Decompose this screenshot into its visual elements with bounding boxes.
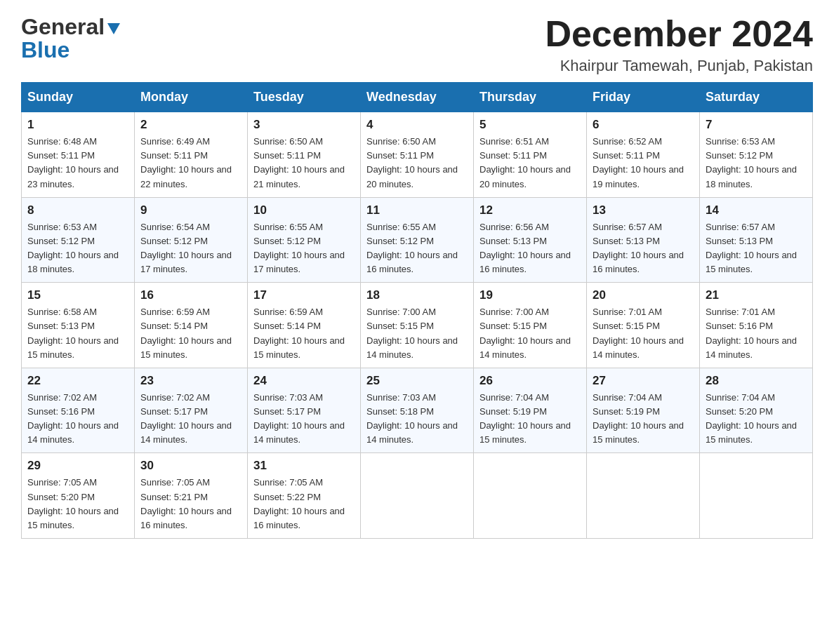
day-number: 30 — [140, 459, 241, 473]
calendar-cell: 1Sunrise: 6:48 AMSunset: 5:11 PMDaylight… — [22, 112, 135, 198]
calendar-cell: 25Sunrise: 7:03 AMSunset: 5:18 PMDayligh… — [361, 368, 474, 453]
calendar-col-header-sunday: Sunday — [22, 83, 135, 112]
day-number: 28 — [706, 374, 807, 388]
calendar-week-row-2: 8Sunrise: 6:53 AMSunset: 5:12 PMDaylight… — [22, 197, 813, 283]
day-info: Sunrise: 6:55 AMSunset: 5:12 PMDaylight:… — [253, 220, 355, 277]
day-number: 24 — [253, 374, 355, 388]
day-number: 1 — [27, 118, 128, 132]
calendar-table: SundayMondayTuesdayWednesdayThursdayFrid… — [21, 82, 813, 539]
day-number: 15 — [27, 288, 128, 302]
day-number: 10 — [253, 203, 355, 217]
month-title: December 2024 — [545, 14, 813, 54]
calendar-cell: 9Sunrise: 6:54 AMSunset: 5:12 PMDaylight… — [135, 197, 248, 283]
calendar-cell: 4Sunrise: 6:50 AMSunset: 5:11 PMDaylight… — [361, 112, 474, 198]
day-info: Sunrise: 7:04 AMSunset: 5:19 PMDaylight:… — [593, 391, 694, 448]
day-number: 17 — [253, 288, 355, 302]
day-info: Sunrise: 6:52 AMSunset: 5:11 PMDaylight:… — [593, 135, 694, 192]
calendar-cell: 5Sunrise: 6:51 AMSunset: 5:11 PMDaylight… — [474, 112, 587, 198]
calendar-cell: 29Sunrise: 7:05 AMSunset: 5:20 PMDayligh… — [22, 453, 135, 539]
day-number: 18 — [366, 288, 468, 302]
calendar-cell: 22Sunrise: 7:02 AMSunset: 5:16 PMDayligh… — [22, 368, 135, 453]
calendar-cell: 6Sunrise: 6:52 AMSunset: 5:11 PMDaylight… — [587, 112, 700, 198]
logo-blue-text: Blue — [21, 37, 70, 63]
day-info: Sunrise: 7:02 AMSunset: 5:16 PMDaylight:… — [27, 391, 128, 448]
day-info: Sunrise: 6:49 AMSunset: 5:11 PMDaylight:… — [140, 135, 241, 192]
day-number: 31 — [253, 459, 355, 473]
calendar-cell — [474, 453, 587, 539]
day-number: 27 — [593, 374, 694, 388]
day-number: 20 — [593, 288, 694, 302]
calendar-cell: 18Sunrise: 7:00 AMSunset: 5:15 PMDayligh… — [361, 283, 474, 368]
day-number: 4 — [366, 118, 468, 132]
logo: General Blue — [21, 14, 121, 63]
day-number: 7 — [706, 118, 807, 132]
calendar-cell: 11Sunrise: 6:55 AMSunset: 5:12 PMDayligh… — [361, 197, 474, 283]
day-number: 11 — [366, 203, 468, 217]
calendar-header-row: SundayMondayTuesdayWednesdayThursdayFrid… — [22, 83, 813, 112]
calendar-cell: 31Sunrise: 7:05 AMSunset: 5:22 PMDayligh… — [248, 453, 361, 539]
calendar-week-row-5: 29Sunrise: 7:05 AMSunset: 5:20 PMDayligh… — [22, 453, 813, 539]
day-number: 13 — [593, 203, 694, 217]
page-header: General Blue December 2024 Khairpur Tame… — [21, 14, 813, 75]
calendar-week-row-4: 22Sunrise: 7:02 AMSunset: 5:16 PMDayligh… — [22, 368, 813, 453]
day-info: Sunrise: 6:51 AMSunset: 5:11 PMDaylight:… — [479, 135, 581, 192]
calendar-col-header-thursday: Thursday — [474, 83, 587, 112]
calendar-cell: 26Sunrise: 7:04 AMSunset: 5:19 PMDayligh… — [474, 368, 587, 453]
calendar-cell: 8Sunrise: 6:53 AMSunset: 5:12 PMDaylight… — [22, 197, 135, 283]
day-number: 3 — [253, 118, 355, 132]
day-number: 29 — [27, 459, 128, 473]
day-info: Sunrise: 7:05 AMSunset: 5:22 PMDaylight:… — [253, 476, 355, 532]
calendar-col-header-tuesday: Tuesday — [248, 83, 361, 112]
day-info: Sunrise: 7:02 AMSunset: 5:17 PMDaylight:… — [140, 391, 241, 448]
day-number: 23 — [140, 374, 241, 388]
day-info: Sunrise: 6:57 AMSunset: 5:13 PMDaylight:… — [593, 220, 694, 277]
day-number: 8 — [27, 203, 128, 217]
day-number: 25 — [366, 374, 468, 388]
calendar-cell: 12Sunrise: 6:56 AMSunset: 5:13 PMDayligh… — [474, 197, 587, 283]
logo-general-text: General — [21, 14, 105, 40]
calendar-col-header-saturday: Saturday — [700, 83, 813, 112]
day-info: Sunrise: 7:03 AMSunset: 5:18 PMDaylight:… — [366, 391, 468, 448]
day-number: 19 — [479, 288, 581, 302]
location-subtitle: Khairpur Tamewah, Punjab, Pakistan — [545, 57, 813, 75]
day-info: Sunrise: 6:50 AMSunset: 5:11 PMDaylight:… — [366, 135, 468, 192]
day-number: 9 — [140, 203, 241, 217]
calendar-cell — [587, 453, 700, 539]
calendar-cell: 19Sunrise: 7:00 AMSunset: 5:15 PMDayligh… — [474, 283, 587, 368]
day-info: Sunrise: 7:03 AMSunset: 5:17 PMDaylight:… — [253, 391, 355, 448]
day-info: Sunrise: 6:56 AMSunset: 5:13 PMDaylight:… — [479, 220, 581, 277]
logo-triangle-icon — [106, 20, 121, 36]
calendar-cell: 23Sunrise: 7:02 AMSunset: 5:17 PMDayligh… — [135, 368, 248, 453]
day-info: Sunrise: 6:57 AMSunset: 5:13 PMDaylight:… — [706, 220, 807, 277]
calendar-cell — [361, 453, 474, 539]
day-info: Sunrise: 6:55 AMSunset: 5:12 PMDaylight:… — [366, 220, 468, 277]
calendar-title-block: December 2024 Khairpur Tamewah, Punjab, … — [545, 14, 813, 75]
day-number: 12 — [479, 203, 581, 217]
calendar-week-row-1: 1Sunrise: 6:48 AMSunset: 5:11 PMDaylight… — [22, 112, 813, 198]
calendar-cell: 16Sunrise: 6:59 AMSunset: 5:14 PMDayligh… — [135, 283, 248, 368]
day-info: Sunrise: 6:54 AMSunset: 5:12 PMDaylight:… — [140, 220, 241, 277]
calendar-cell — [700, 453, 813, 539]
day-info: Sunrise: 6:59 AMSunset: 5:14 PMDaylight:… — [140, 305, 241, 362]
day-number: 14 — [706, 203, 807, 217]
calendar-col-header-friday: Friday — [587, 83, 700, 112]
calendar-cell: 3Sunrise: 6:50 AMSunset: 5:11 PMDaylight… — [248, 112, 361, 198]
day-info: Sunrise: 7:01 AMSunset: 5:16 PMDaylight:… — [706, 305, 807, 362]
calendar-cell: 15Sunrise: 6:58 AMSunset: 5:13 PMDayligh… — [22, 283, 135, 368]
day-info: Sunrise: 6:58 AMSunset: 5:13 PMDaylight:… — [27, 305, 128, 362]
calendar-week-row-3: 15Sunrise: 6:58 AMSunset: 5:13 PMDayligh… — [22, 283, 813, 368]
calendar-cell: 30Sunrise: 7:05 AMSunset: 5:21 PMDayligh… — [135, 453, 248, 539]
calendar-cell: 10Sunrise: 6:55 AMSunset: 5:12 PMDayligh… — [248, 197, 361, 283]
calendar-cell: 24Sunrise: 7:03 AMSunset: 5:17 PMDayligh… — [248, 368, 361, 453]
day-number: 16 — [140, 288, 241, 302]
calendar-col-header-monday: Monday — [135, 83, 248, 112]
day-number: 22 — [27, 374, 128, 388]
calendar-cell: 2Sunrise: 6:49 AMSunset: 5:11 PMDaylight… — [135, 112, 248, 198]
day-info: Sunrise: 7:00 AMSunset: 5:15 PMDaylight:… — [479, 305, 581, 362]
calendar-cell: 14Sunrise: 6:57 AMSunset: 5:13 PMDayligh… — [700, 197, 813, 283]
day-number: 26 — [479, 374, 581, 388]
calendar-cell: 21Sunrise: 7:01 AMSunset: 5:16 PMDayligh… — [700, 283, 813, 368]
day-info: Sunrise: 7:05 AMSunset: 5:21 PMDaylight:… — [140, 476, 241, 532]
calendar-cell: 27Sunrise: 7:04 AMSunset: 5:19 PMDayligh… — [587, 368, 700, 453]
day-info: Sunrise: 6:53 AMSunset: 5:12 PMDaylight:… — [706, 135, 807, 192]
